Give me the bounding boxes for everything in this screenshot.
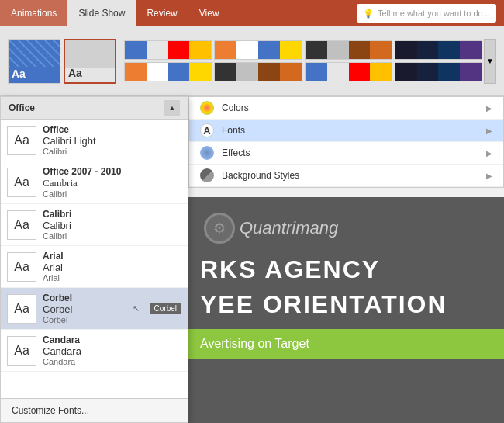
- bg-styles-label: Background Styles: [222, 170, 299, 181]
- font-name-office: Office: [43, 124, 181, 135]
- effects-icon: [200, 146, 214, 160]
- slide-inner: ⚙ Quantrimang RKS AGENCY YEE ORIENTATION…: [188, 197, 504, 423]
- search-box[interactable]: 💡 Tell me what you want to do...: [357, 4, 496, 23]
- theme-options: Colors ▶ A Fonts ▶ Effects ▶ Background …: [188, 96, 504, 188]
- font-info-corbel: Corbel Corbel Corbel: [43, 293, 123, 324]
- cursor-icon: ↖: [133, 303, 140, 314]
- font-name-calibri: Calibri: [43, 209, 181, 220]
- font-list: Aa Office Calibri Light Calibri Aa Offic…: [1, 120, 188, 398]
- font-preview-office2010: Aa: [7, 168, 36, 197]
- search-placeholder: Tell me what you want to do...: [378, 9, 490, 18]
- font-item-corbel[interactable]: Aa Corbel Corbel Corbel ↖ Corbel: [1, 288, 188, 330]
- right-panel: Colors ▶ A Fonts ▶ Effects ▶ Background …: [188, 96, 504, 423]
- tab-review[interactable]: Review: [136, 0, 188, 26]
- slide-logo-text: Quantrimang: [240, 218, 338, 238]
- scroll-down-arrow[interactable]: ▼: [484, 39, 496, 84]
- lightbulb-icon: 💡: [363, 9, 374, 19]
- font-item-office[interactable]: Aa Office Calibri Light Calibri: [1, 120, 188, 161]
- colors-label: Colors: [222, 102, 249, 113]
- font-info-candara: Candara Candara Candara: [43, 335, 181, 366]
- color-swatch-2[interactable]: [214, 40, 302, 60]
- color-swatch-8[interactable]: [395, 62, 482, 81]
- effects-label: Effects: [222, 147, 250, 158]
- color-swatch-5[interactable]: [124, 62, 212, 81]
- font-item-arial[interactable]: Aa Arial Arial Arial: [1, 246, 188, 288]
- font-heading-office: Calibri Light: [43, 135, 181, 147]
- customize-fonts-btn[interactable]: Customize Fonts...: [9, 404, 180, 418]
- font-item-calibri[interactable]: Aa Calibri Calibri Calibri: [1, 204, 188, 246]
- corbel-tooltip: Corbel: [150, 303, 181, 314]
- font-preview-office: Aa: [7, 126, 36, 155]
- font-name-office2010: Office 2007 - 2010: [43, 166, 181, 177]
- option-colors[interactable]: Colors ▶: [189, 97, 503, 120]
- option-effects[interactable]: Effects ▶: [189, 142, 503, 165]
- bg-styles-icon: [200, 168, 214, 182]
- option-background-styles[interactable]: Background Styles ▶: [189, 165, 503, 187]
- fonts-label: Fonts: [222, 125, 245, 136]
- font-body-arial: Arial: [43, 273, 181, 283]
- dropdown-header: Office ▲: [1, 97, 188, 120]
- font-name-candara: Candara: [43, 335, 181, 345]
- tab-slideshow[interactable]: Slide Show: [67, 0, 136, 26]
- slide-bar-text: Avertising on Target: [200, 337, 309, 351]
- logo-circle: ⚙: [204, 213, 235, 244]
- font-body-office2010: Calibri: [43, 189, 181, 199]
- font-heading-arial: Arial: [43, 262, 181, 273]
- slide-preview: ⚙ Quantrimang RKS AGENCY YEE ORIENTATION…: [188, 197, 504, 423]
- color-swatch-1[interactable]: [124, 40, 212, 60]
- tab-animations[interactable]: Animations: [0, 0, 67, 26]
- font-preview-candara: Aa: [7, 336, 36, 366]
- font-heading-candara: Candara: [43, 345, 181, 357]
- font-heading-calibri: Calibri: [43, 220, 181, 231]
- font-info-office: Office Calibri Light Calibri: [43, 124, 181, 156]
- font-item-office2010[interactable]: Aa Office 2007 - 2010 Cambria Calibri: [1, 161, 188, 204]
- theme-colors-area: [124, 40, 482, 81]
- fonts-icon: A: [200, 123, 214, 137]
- font-heading-office2010: Cambria: [43, 177, 181, 189]
- bg-styles-arrow: ▶: [486, 172, 492, 180]
- font-preview-arial: Aa: [7, 252, 36, 282]
- theme-thumb-1[interactable]: [8, 39, 60, 84]
- ribbon-tabs: Animations Slide Show Review View 💡 Tell…: [0, 0, 504, 26]
- color-swatch-6[interactable]: [214, 62, 302, 81]
- theme-thumb-2[interactable]: [64, 39, 116, 84]
- font-preview-calibri: Aa: [7, 210, 36, 240]
- font-body-candara: Candara: [43, 357, 181, 366]
- font-name-corbel: Corbel: [43, 293, 123, 303]
- font-preview-corbel: Aa: [7, 294, 36, 324]
- font-name-arial: Arial: [43, 251, 181, 262]
- font-info-arial: Arial Arial Arial: [43, 251, 181, 283]
- main-area: Office ▲ Aa Office Calibri Light Calibri…: [0, 96, 504, 423]
- slide-logo-area: ⚙ Quantrimang: [204, 213, 338, 244]
- dropdown-panel: Office ▲ Aa Office Calibri Light Calibri…: [0, 96, 188, 423]
- fonts-arrow: ▶: [486, 127, 492, 135]
- font-body-calibri: Calibri: [43, 231, 181, 241]
- theme-thumbnails: [8, 39, 116, 84]
- scroll-up-btn[interactable]: ▲: [164, 100, 180, 116]
- font-body-corbel: Corbel: [43, 315, 123, 324]
- option-fonts[interactable]: A Fonts ▶: [189, 120, 503, 142]
- color-swatch-7[interactable]: [305, 62, 392, 81]
- slide-green-bar: Avertising on Target: [188, 329, 504, 359]
- font-info-calibri: Calibri Calibri Calibri: [43, 209, 181, 241]
- colors-arrow: ▶: [486, 104, 492, 113]
- slide-subtitle: YEE ORIENTATION: [200, 290, 504, 319]
- tab-view[interactable]: View: [188, 0, 230, 26]
- font-info-office2010: Office 2007 - 2010 Cambria Calibri: [43, 166, 181, 199]
- color-swatch-3[interactable]: [305, 40, 392, 60]
- ribbon-content: ▼: [0, 26, 504, 96]
- font-item-candara[interactable]: Aa Candara Candara Candara: [1, 330, 188, 372]
- font-heading-corbel: Corbel: [43, 303, 123, 315]
- font-body-office: Calibri: [43, 147, 181, 156]
- dropdown-footer: Customize Fonts...: [1, 398, 188, 422]
- dropdown-title: Office: [9, 102, 35, 113]
- color-swatch-4[interactable]: [395, 40, 482, 60]
- slide-title: RKS AGENCY: [200, 255, 504, 284]
- effects-arrow: ▶: [486, 149, 492, 158]
- colors-icon: [200, 101, 214, 115]
